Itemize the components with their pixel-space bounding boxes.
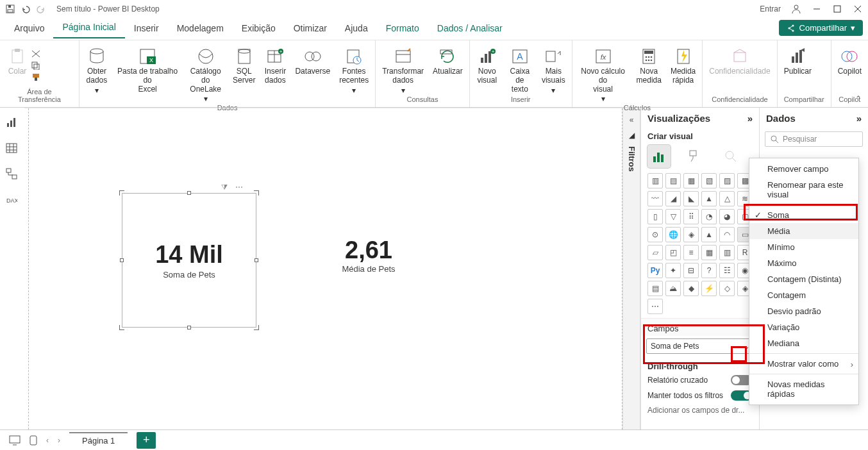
more-visuals-button[interactable]: Mais visuais▾ — [542, 47, 565, 95]
viz-stacked-bar[interactable]: ▥ — [647, 173, 663, 188]
viz-scatter[interactable]: ⠿ — [683, 209, 699, 224]
page-tab[interactable]: Página 1 — [69, 432, 128, 448]
viz-paginated[interactable]: ▤ — [647, 281, 663, 296]
maximize-icon[interactable] — [832, 4, 842, 14]
dataverse-button[interactable]: Dataverse — [295, 47, 330, 76]
chevron-left-icon[interactable]: « — [630, 115, 634, 124]
viz-multi-card[interactable]: ▱ — [647, 245, 663, 260]
menu-inicio[interactable]: Página Inicial — [53, 18, 124, 38]
filter-icon[interactable]: ⧩ — [221, 183, 228, 192]
viz-narrative[interactable]: ☷ — [719, 263, 735, 278]
ctx-media[interactable]: Média — [749, 223, 858, 239]
viz-key-influencers[interactable]: ✦ — [665, 263, 681, 278]
viz-custom1[interactable]: ◇ — [719, 281, 735, 296]
ctx-min[interactable]: Mínimo — [749, 239, 858, 255]
publish-button[interactable]: Publicar — [784, 47, 812, 76]
card-visual-2[interactable]: 2,61 Média de Pets — [305, 237, 433, 274]
viz-powerapps[interactable]: ◆ — [683, 281, 699, 296]
mobile-view-icon[interactable] — [29, 435, 37, 446]
menu-otimizar[interactable]: Otimizar — [285, 19, 336, 38]
save-icon[interactable] — [5, 4, 15, 14]
viz-funnel[interactable]: ▽ — [665, 209, 681, 224]
collapse-ribbon-icon[interactable]: ⌃ — [855, 94, 862, 103]
menu-arquivo[interactable]: Arquivo — [5, 19, 53, 38]
viz-line[interactable]: 〰 — [647, 191, 663, 206]
viz-stacked-column[interactable]: ▤ — [665, 173, 681, 188]
report-view-icon[interactable] — [6, 117, 19, 129]
desktop-view-icon[interactable] — [9, 435, 21, 446]
menu-modelagem[interactable]: Modelagem — [168, 19, 233, 38]
filters-pane-collapsed[interactable]: « ◢ Filtros — [622, 108, 640, 429]
menu-exibicao[interactable]: Exibição — [233, 19, 285, 38]
viz-gauge[interactable]: ◠ — [719, 227, 735, 242]
ctx-variance[interactable]: Variação — [749, 319, 858, 335]
viz-matrix[interactable]: ▥ — [719, 245, 735, 260]
more-icon[interactable]: ⋯ — [235, 183, 243, 192]
onelake-button[interactable]: Catálogo do OneLake▾ — [187, 47, 224, 104]
share-button[interactable]: Compartilhar ▾ — [779, 20, 863, 36]
copy-icon[interactable] — [31, 61, 41, 70]
visualization-gallery[interactable]: ▥▤▦▧▨▩ 〰◢◣▲△≋ ▯▽⠿◔◕▢ ⊙🌐◈▲◠▭ ▱◰≡▦▥R Py✦⊟?… — [641, 172, 759, 318]
minimize-icon[interactable] — [812, 4, 822, 14]
field-well[interactable]: Soma de Pets ⌄ — [646, 338, 754, 354]
collapse-dados-icon[interactable]: » — [856, 113, 862, 124]
signin-button[interactable]: Entrar — [760, 4, 781, 13]
new-visual-button[interactable]: +Novo visual — [476, 47, 498, 85]
ctx-quick-measure[interactable]: Novas medidas rápidas — [749, 376, 858, 402]
redo-icon[interactable] — [36, 4, 46, 14]
viz-donut[interactable]: ◕ — [719, 209, 735, 224]
viz-pie[interactable]: ◔ — [701, 209, 717, 224]
new-measure-button[interactable]: Nova medida — [637, 47, 662, 85]
viz-clustered-bar[interactable]: ▦ — [683, 173, 699, 188]
viz-automate[interactable]: ⚡ — [701, 281, 717, 296]
copilot-button[interactable]: Copilot — [838, 47, 862, 76]
collapse-viz-icon[interactable]: » — [747, 113, 753, 124]
transform-button[interactable]: Transformar dados▾ — [382, 47, 424, 95]
report-canvas[interactable]: ⧩ ⋯ 14 Mil Soma de Pets 2,61 Média de Pe… — [24, 108, 622, 429]
excel-button[interactable]: XPasta de trabalho do Excel — [117, 47, 178, 94]
ctx-median[interactable]: Mediana — [749, 335, 858, 351]
viz-decomposition[interactable]: ⊟ — [683, 263, 699, 278]
dax-view-icon[interactable]: DAX — [6, 194, 19, 206]
search-input[interactable]: Pesquisar — [765, 131, 863, 147]
add-drill-placeholder[interactable]: Adicionar os campos de dr... — [641, 403, 759, 417]
viz-more[interactable]: ⋯ — [647, 299, 663, 314]
ctx-stdev[interactable]: Desvio padrão — [749, 303, 858, 319]
undo-icon[interactable] — [21, 4, 31, 14]
menu-formato[interactable]: Formato — [377, 19, 428, 38]
viz-shape-map[interactable]: ◈ — [683, 227, 699, 242]
ctx-count-distinct[interactable]: Contagem (Distinta) — [749, 271, 858, 287]
ctx-remove[interactable]: Remover campo — [749, 161, 858, 177]
new-visual-calc-button[interactable]: fxNovo cálculo do visual▾ — [579, 47, 628, 104]
text-box-button[interactable]: ACaixa de texto — [507, 47, 533, 94]
quick-measure-button[interactable]: Medida rápida — [671, 47, 696, 85]
viz-azure-map[interactable]: ▲ — [701, 227, 717, 242]
user-icon[interactable] — [791, 4, 801, 14]
prev-page-icon[interactable]: ‹ — [46, 436, 49, 445]
viz-line-clustered[interactable]: △ — [719, 191, 735, 206]
menu-dados[interactable]: Dados / Analisar — [428, 19, 512, 38]
build-mode-icon[interactable] — [647, 145, 671, 168]
close-icon[interactable] — [853, 4, 863, 14]
viz-kpi[interactable]: ◰ — [665, 245, 681, 260]
next-page-icon[interactable]: › — [58, 436, 60, 445]
ctx-show-as[interactable]: Mostrar valor como› — [749, 356, 858, 372]
refresh-button[interactable]: Atualizar — [433, 47, 463, 76]
ctx-count[interactable]: Contagem — [749, 287, 858, 303]
viz-arcgis[interactable]: ⛰ — [665, 281, 681, 296]
ctx-max[interactable]: Máximo — [749, 255, 858, 271]
viz-map[interactable]: ⊙ — [647, 227, 663, 242]
viz-py[interactable]: Py — [647, 263, 663, 278]
viz-slicer[interactable]: ≡ — [683, 245, 699, 260]
viz-clustered-column[interactable]: ▧ — [701, 173, 717, 188]
ctx-soma[interactable]: ✓Soma — [749, 207, 858, 223]
format-mode-icon[interactable] — [683, 145, 706, 168]
recent-sources-button[interactable]: Fontes recentes▾ — [339, 47, 369, 95]
table-view-icon[interactable] — [6, 142, 19, 155]
format-painter-icon[interactable] — [31, 72, 41, 81]
viz-line-stacked[interactable]: ▲ — [701, 191, 717, 206]
viz-waterfall[interactable]: ▯ — [647, 209, 663, 224]
viz-100-bar[interactable]: ▨ — [719, 173, 735, 188]
add-page-button[interactable]: + — [137, 432, 156, 449]
viz-area[interactable]: ◢ — [665, 191, 681, 206]
